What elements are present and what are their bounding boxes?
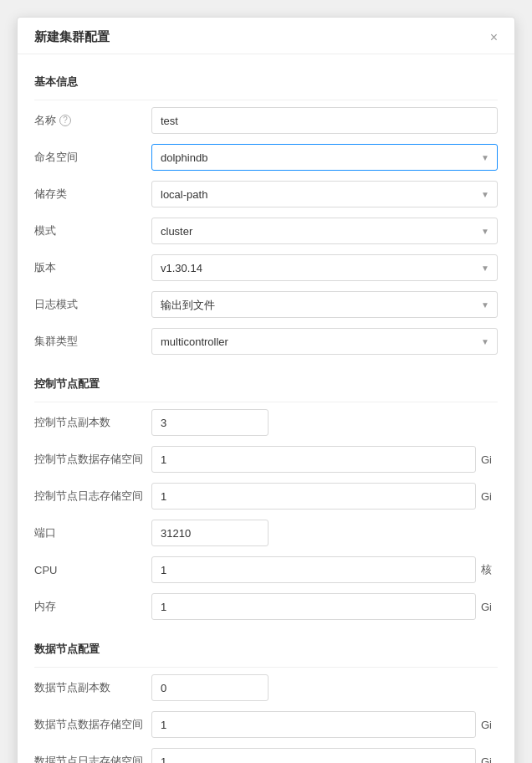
unit-data-log-storage: Gi: [481, 755, 498, 764]
field-data-data-storage: 数据节点数据存储空间 Gi: [34, 711, 498, 738]
control-control-memory: Gi: [151, 593, 498, 620]
input-control-log-storage[interactable]: [151, 483, 476, 510]
label-control-replicas: 控制节点副本数: [34, 415, 151, 430]
control-name: 集群名称: [151, 107, 498, 134]
control-log-mode: 输出到文件 ▼: [151, 291, 498, 318]
unit-data-data-storage: Gi: [481, 719, 498, 731]
label-mode: 模式: [34, 223, 151, 238]
label-control-memory: 内存: [34, 599, 151, 614]
field-log-mode: 日志模式 输出到文件 ▼: [34, 291, 498, 318]
label-version: 版本: [34, 260, 151, 275]
control-cluster-type: multicontroller ▼ 高可用集群: [151, 328, 498, 355]
control-control-port: 容器的port: [151, 520, 498, 546]
control-namespace: dolphindb ▼: [151, 144, 498, 171]
section-basic-title: 基本信息: [34, 63, 498, 96]
divider-data-node: [34, 667, 498, 668]
field-control-memory: 内存 Gi: [34, 593, 498, 620]
label-control-cpu: CPU: [34, 564, 151, 576]
label-data-log-storage: 数据节点日志存储空间: [34, 754, 151, 763]
label-name: 名称 ?: [34, 113, 151, 128]
field-data-replicas: 数据节点副本数 数据节点个数: [34, 674, 498, 701]
field-version: 版本 v1.30.14 ▼: [34, 254, 498, 281]
dialog-title: 新建集群配置: [34, 29, 110, 45]
select-wrap-namespace: dolphindb ▼: [151, 144, 498, 171]
select-version[interactable]: v1.30.14: [151, 254, 498, 281]
select-log-mode[interactable]: 输出到文件: [151, 291, 498, 318]
field-namespace: 命名空间 dolphindb ▼: [34, 144, 498, 171]
dialog-body: 基本信息 名称 ? 集群名称 命名空间 dolphindb ▼: [18, 54, 514, 763]
control-control-cpu: 核 pod申请资源: [151, 556, 498, 583]
input-data-log-storage[interactable]: [151, 748, 476, 763]
select-wrap-mode: cluster ▼: [151, 218, 498, 244]
info-icon-name[interactable]: ?: [59, 115, 71, 126]
select-cluster-type[interactable]: multicontroller: [151, 328, 498, 355]
label-data-data-storage: 数据节点数据存储空间: [34, 717, 151, 732]
input-data-data-storage[interactable]: [151, 711, 476, 738]
label-control-log-storage: 控制节点日志存储空间: [34, 489, 151, 504]
select-namespace[interactable]: dolphindb: [151, 144, 498, 171]
divider-control-node: [34, 402, 498, 402]
control-data-data-storage: Gi: [151, 711, 498, 738]
control-control-data-storage: Gi: [151, 446, 498, 473]
field-data-log-storage: 数据节点日志存储空间 Gi: [34, 748, 498, 763]
label-cluster-type: 集群类型: [34, 334, 151, 349]
label-control-port: 端口: [34, 525, 151, 540]
input-control-port[interactable]: [151, 520, 269, 546]
label-storage: 储存类: [34, 187, 151, 202]
select-storage[interactable]: local-path: [151, 181, 498, 207]
unit-control-data-storage: Gi: [481, 453, 498, 466]
input-data-replicas[interactable]: [151, 674, 269, 701]
field-control-cpu: CPU 核 pod申请资源: [34, 556, 498, 583]
control-version: v1.30.14 ▼: [151, 254, 498, 281]
select-wrap-storage: local-path ▼: [151, 181, 498, 207]
label-data-replicas: 数据节点副本数: [34, 680, 151, 695]
section-data-node-title: 数据节点配置: [34, 630, 498, 663]
control-mode: cluster ▼: [151, 218, 498, 244]
field-storage: 储存类 local-path ▼ 存储空间: [34, 181, 498, 207]
input-name[interactable]: [151, 107, 498, 134]
label-namespace: 命名空间: [34, 150, 151, 165]
input-control-cpu[interactable]: [151, 556, 476, 583]
select-mode[interactable]: cluster: [151, 218, 498, 244]
control-storage: local-path ▼ 存储空间: [151, 181, 498, 207]
field-control-log-storage: 控制节点日志存储空间 Gi: [34, 483, 498, 510]
label-log-mode: 日志模式: [34, 297, 151, 312]
control-data-replicas: 数据节点个数: [151, 674, 498, 701]
unit-control-cpu: 核: [481, 562, 498, 577]
control-control-log-storage: Gi: [151, 483, 498, 510]
select-wrap-version: v1.30.14 ▼: [151, 254, 498, 281]
new-cluster-dialog: 新建集群配置 × 基本信息 名称 ? 集群名称 命名空间 dolphindb: [17, 17, 515, 763]
unit-control-log-storage: Gi: [481, 490, 498, 503]
field-control-data-storage: 控制节点数据存储空间 Gi: [34, 446, 498, 473]
field-mode: 模式 cluster ▼: [34, 218, 498, 244]
divider-basic: [34, 100, 498, 100]
section-control-node-title: 控制节点配置: [34, 365, 498, 398]
control-control-replicas: 控制节点个数: [151, 409, 498, 436]
select-wrap-cluster-type: multicontroller ▼: [151, 328, 498, 355]
input-control-replicas[interactable]: [151, 409, 269, 436]
label-control-data-storage: 控制节点数据存储空间: [34, 452, 151, 467]
input-control-data-storage[interactable]: [151, 446, 476, 473]
select-wrap-log-mode: 输出到文件 ▼: [151, 291, 498, 318]
field-name: 名称 ? 集群名称: [34, 107, 498, 134]
input-control-memory[interactable]: [151, 593, 476, 620]
close-button[interactable]: ×: [490, 31, 498, 44]
dialog-header: 新建集群配置 ×: [18, 18, 514, 54]
field-cluster-type: 集群类型 multicontroller ▼ 高可用集群: [34, 328, 498, 355]
field-control-replicas: 控制节点副本数 控制节点个数: [34, 409, 498, 436]
control-data-log-storage: Gi: [151, 748, 498, 763]
unit-control-memory: Gi: [481, 601, 498, 613]
field-control-port: 端口 容器的port: [34, 520, 498, 546]
